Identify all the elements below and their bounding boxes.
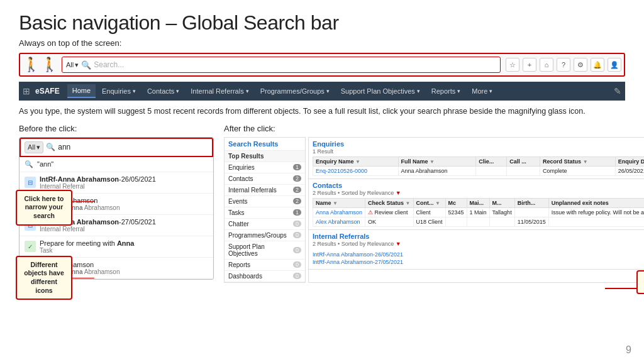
sr-item-programmes[interactable]: Programmes/Groups 0 bbox=[225, 230, 305, 241]
subtitle: Always on top of the screen: bbox=[19, 38, 625, 48]
th-mai: Mai... bbox=[467, 198, 489, 207]
td-call bbox=[507, 166, 540, 175]
td-mc bbox=[445, 217, 467, 226]
td-full-name: Anna Abrahamson bbox=[398, 166, 476, 175]
stick-figure-red: 🚶 bbox=[41, 57, 58, 73]
sr-item-chatter[interactable]: Chatter 0 bbox=[225, 219, 305, 230]
th-enquiry-date: Enquiry Date/Time ▼ bbox=[615, 156, 644, 166]
sort-icon: ▼ bbox=[333, 200, 338, 206]
gear-icon[interactable]: ⚙ bbox=[574, 58, 587, 72]
td-cont: U18 Client bbox=[413, 217, 445, 226]
sr-subheader: Top Results bbox=[225, 151, 305, 162]
task-icon: ✓ bbox=[25, 241, 36, 252]
th-notes: Unplanned exit notes bbox=[548, 198, 644, 207]
td-birth: 11/05/2015 bbox=[514, 217, 548, 226]
th-m: M... bbox=[489, 198, 514, 207]
nav-item-reports[interactable]: Reports ▾ bbox=[426, 85, 466, 97]
td-notes bbox=[548, 217, 644, 226]
ir-link-2[interactable]: IntRf-Anna Abrahamson-27/05/2021 bbox=[313, 259, 403, 265]
contacts-table: Name ▼ Check Status ▼ Cont... ▼ Mc Mai..… bbox=[313, 198, 644, 227]
td-birth bbox=[514, 207, 548, 217]
th-record-status: Record Status ▼ bbox=[540, 156, 616, 166]
rp-enquiries-count: 1 Result bbox=[313, 148, 644, 155]
annotation-arrow bbox=[605, 288, 636, 289]
sr-item-support-plan[interactable]: Support Plan Objectives 0 bbox=[225, 241, 305, 260]
annotation-different-icons: Different objects have different icons bbox=[16, 256, 72, 300]
annotation-results-divided: Results divided by objects bbox=[636, 270, 644, 294]
th-check-status: Check Status ▼ bbox=[365, 198, 413, 207]
nav-item-internal-referrals[interactable]: Internal Referrals ▾ bbox=[186, 85, 253, 97]
search-placeholder: Search... bbox=[94, 60, 124, 69]
edit-icon[interactable]: ✎ bbox=[614, 86, 621, 96]
home-icon[interactable]: ⌂ bbox=[540, 58, 553, 72]
chevron-down-icon: ▾ bbox=[326, 88, 330, 94]
nav-item-home[interactable]: Home bbox=[67, 84, 96, 98]
rp-ir-count: 2 Results • Sorted by Relevance ▼ bbox=[313, 241, 644, 247]
td-m: Tallaght bbox=[489, 207, 514, 217]
th-name: Name ▼ bbox=[313, 198, 365, 207]
th-clie: Clie... bbox=[476, 156, 507, 166]
all-dropdown[interactable]: All ▾ bbox=[25, 141, 43, 153]
chevron-down-icon: ▾ bbox=[457, 88, 460, 94]
td-check: OK bbox=[365, 217, 413, 226]
table-row: Alex Abrahamson OK U18 Client 11/05/2015 bbox=[313, 217, 645, 226]
ir-links: IntRf-Anna Abrahamson-26/05/2021 IntRf-A… bbox=[313, 249, 644, 266]
td-status: Complete bbox=[540, 166, 616, 175]
nav-item-enquiries[interactable]: Enquiries ▾ bbox=[97, 85, 141, 97]
star-icon[interactable]: ☆ bbox=[506, 58, 519, 72]
nav-right-icons: ☆ + ⌂ ? ⚙ 🔔 👤 bbox=[506, 58, 621, 72]
internal-referral-icon: ⊟ bbox=[25, 177, 36, 188]
sr-item-internal-referrals[interactable]: Internal Referrals 2 bbox=[225, 185, 305, 196]
sr-item-dashboards[interactable]: Dashboards 0 bbox=[225, 271, 305, 282]
search-result-ann[interactable]: 🔍 "ann" bbox=[19, 157, 213, 172]
plus-icon[interactable]: + bbox=[523, 58, 536, 72]
enquiries-table: Enquiry Name ▼ Full Name ▼ Clie... Call … bbox=[313, 156, 644, 176]
chevron-down-icon: ▾ bbox=[489, 88, 492, 94]
search-result-item[interactable]: ✓ Prepare for meeting with Anna Task bbox=[19, 236, 213, 258]
help-icon[interactable]: ? bbox=[557, 58, 570, 72]
rp-ir-title: Internal Referrals bbox=[313, 233, 644, 240]
description: As you type, the system will suggest 5 m… bbox=[19, 106, 625, 118]
sr-item-tasks[interactable]: Tasks 1 bbox=[225, 207, 305, 219]
td-mc: 52345 bbox=[445, 207, 467, 217]
nav-item-more[interactable]: More ▾ bbox=[467, 85, 497, 97]
nav-item-contacts[interactable]: Contacts ▾ bbox=[142, 85, 184, 97]
bell-icon[interactable]: 🔔 bbox=[591, 58, 604, 72]
sr-item-contacts[interactable]: Contacts 2 bbox=[225, 173, 305, 185]
td-name: Anna Abrahamson bbox=[313, 207, 365, 217]
ir-link-1[interactable]: IntRf-Anna Abrahamson-26/05/2021 bbox=[313, 251, 403, 258]
page-title: Basic navigation – Global Search bar bbox=[19, 11, 625, 35]
td-enquiry-name: Enq-20210526-0000 bbox=[313, 166, 399, 175]
rp-enquiries-section: Enquiries 1 Result Enquiry Name ▼ Full N… bbox=[309, 138, 644, 179]
search-icon: 🔍 bbox=[81, 60, 91, 70]
chevron-down-icon: ▾ bbox=[133, 88, 136, 94]
chevron-down-icon: ▾ bbox=[176, 88, 179, 94]
before-after-container: Before the click: All ▾ 🔍 ann 🔍 "ann" bbox=[19, 124, 625, 283]
nav-item-programmes[interactable]: Programmes/Groups ▾ bbox=[255, 85, 335, 97]
sr-item-reports[interactable]: Reports 0 bbox=[225, 260, 305, 271]
before-label: Before the click: bbox=[19, 124, 214, 133]
sr-item-enquiries[interactable]: Enquiries 1 bbox=[225, 162, 305, 173]
relevance-filter-icon: ▼ bbox=[396, 190, 401, 196]
th-birth: Birth... bbox=[514, 198, 548, 207]
td-check: ⚠ Review client bbox=[365, 207, 413, 217]
nav-item-support-plan[interactable]: Support Plan Objectives ▾ bbox=[336, 85, 425, 97]
table-row: Enq-20210526-0000 Anna Abrahamson Comple… bbox=[313, 166, 645, 175]
after-section: After the click: Search Results Top Resu… bbox=[224, 124, 644, 283]
chevron-down-icon: ▾ bbox=[246, 88, 249, 94]
relevance-filter-icon-2: ▼ bbox=[396, 241, 401, 247]
grid-icon[interactable]: ⊞ bbox=[23, 86, 30, 96]
esafe-label: eSAFE bbox=[35, 87, 60, 96]
all-filter-button[interactable]: All ▾ bbox=[66, 61, 79, 69]
search-text-input[interactable]: ann bbox=[58, 143, 208, 151]
chevron-down-icon: ▾ bbox=[75, 61, 79, 69]
search-icon-result: 🔍 bbox=[25, 160, 33, 168]
user-avatar-icon[interactable]: 👤 bbox=[608, 58, 621, 72]
sr-item-events[interactable]: Events 2 bbox=[225, 196, 305, 207]
before-section: Before the click: All ▾ 🔍 ann 🔍 "ann" bbox=[19, 124, 214, 283]
after-panel: Search Results Top Results Enquiries 1 C… bbox=[224, 137, 644, 283]
search-area[interactable]: All ▾ 🔍 Search... bbox=[62, 57, 501, 73]
td-m bbox=[489, 217, 514, 226]
sort-icon: ▼ bbox=[435, 200, 440, 206]
search-input-row[interactable]: All ▾ 🔍 ann bbox=[19, 138, 213, 157]
